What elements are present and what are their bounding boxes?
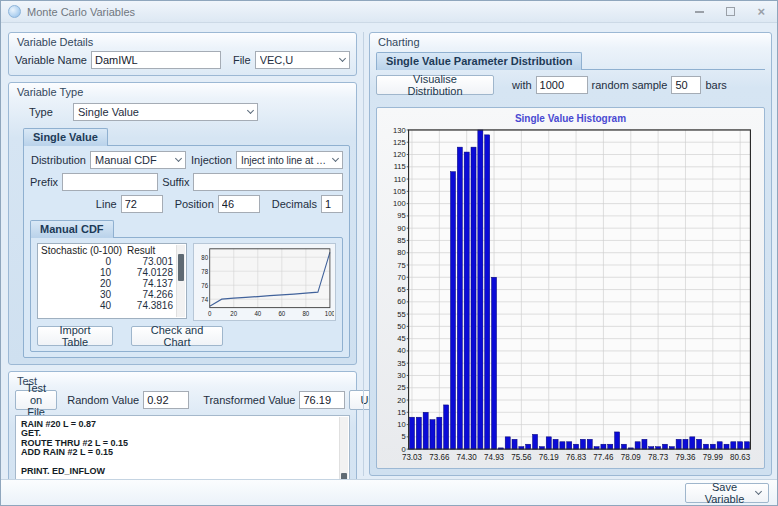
table-row[interactable]: 4074.3816 (41, 300, 174, 311)
histogram-bar (478, 130, 483, 449)
distribution-label: Distribution (30, 154, 86, 166)
svg-text:74.93: 74.93 (484, 453, 505, 462)
close-icon[interactable]: × (757, 7, 765, 16)
table-row[interactable]: 3074.266 (41, 289, 174, 300)
window-title: Monte Carlo Variables (27, 6, 135, 18)
prefix-label: Prefix (30, 176, 58, 188)
svg-text:73.66: 73.66 (429, 453, 450, 462)
tab-manual-cdf[interactable]: Manual CDF (30, 220, 114, 238)
svg-text:74.30: 74.30 (457, 453, 478, 462)
bars-count-input[interactable] (671, 76, 701, 94)
line-label: Line (96, 198, 117, 210)
svg-text:50: 50 (397, 322, 405, 331)
histogram-bar (409, 417, 414, 449)
suffix-label: Suffix (162, 176, 189, 188)
panel-splitter[interactable] (357, 32, 364, 476)
transformed-value-label: Transformed Value (203, 394, 295, 406)
cdf-col-result: Result (127, 245, 155, 256)
sample-size-input[interactable] (536, 76, 588, 94)
histogram-bar (533, 434, 538, 449)
suffix-input[interactable] (193, 173, 343, 191)
tab-single-value-parameter-distribution[interactable]: Single Value Parameter Distribution (376, 52, 582, 70)
type-label: Type (29, 106, 69, 118)
manual-cdf-panel: Stochastic (0-100) Result 073.0011074.01… (30, 237, 343, 352)
svg-text:78.09: 78.09 (621, 453, 642, 462)
file-select[interactable]: VEC,U (255, 51, 350, 69)
svg-text:80: 80 (397, 248, 405, 257)
visualise-distribution-button[interactable]: Visualise Distribution (376, 75, 494, 95)
histogram-bar (423, 412, 428, 449)
histogram-bar (710, 444, 715, 449)
histogram-bar (457, 147, 462, 449)
svg-text:65: 65 (397, 285, 405, 294)
histogram-bar (492, 277, 497, 449)
table-row[interactable]: 073.001 (41, 256, 174, 267)
cdf-chart-container: 74767880020406080100 (193, 243, 336, 321)
table-row[interactable]: 2074.137 (41, 278, 174, 289)
minimize-icon[interactable] (695, 11, 704, 13)
svg-text:35: 35 (397, 359, 405, 368)
position-input[interactable] (218, 195, 260, 213)
histogram-chart: 73.0373.6674.3074.9375.5676.1976.8377.46… (383, 125, 758, 464)
svg-text:115: 115 (394, 162, 406, 171)
svg-text:30: 30 (397, 371, 405, 380)
injection-select[interactable]: Inject into line at character (left just… (236, 151, 343, 169)
histogram-bar (697, 439, 702, 449)
histogram-bar (587, 439, 592, 449)
import-table-button[interactable]: Import Table (37, 326, 113, 346)
svg-text:76: 76 (201, 281, 208, 288)
chevron-down-icon (247, 107, 254, 114)
tab-single-value[interactable]: Single Value (23, 128, 108, 146)
test-title: Test (15, 374, 350, 390)
save-variable-button[interactable]: Save Variable (685, 483, 769, 503)
variable-details-group: Variable Details Variable Name File VEC,… (8, 32, 357, 76)
prefix-input[interactable] (62, 173, 158, 191)
cdf-table-body: 073.0011074.01282074.1373074.2664074.381… (41, 256, 174, 311)
svg-text:55: 55 (397, 310, 405, 319)
footer-bar: Save Variable (1, 479, 777, 505)
histogram-bar (662, 444, 667, 449)
svg-text:75: 75 (397, 260, 405, 269)
svg-text:15: 15 (397, 408, 405, 417)
svg-text:40: 40 (254, 310, 261, 317)
test-on-file-button[interactable]: Test on File (15, 390, 57, 410)
svg-text:79.36: 79.36 (675, 453, 696, 462)
chevron-down-icon (755, 487, 762, 494)
cdf-col-stochastic: Stochastic (0-100) (41, 245, 127, 256)
histogram-bar (601, 444, 606, 449)
log-line: PRINT. ED_INFLOW (21, 467, 335, 476)
variable-name-input[interactable] (91, 51, 221, 69)
distribution-select[interactable]: Manual CDF (90, 151, 186, 169)
histogram-bar (553, 439, 558, 449)
scrollbar-thumb[interactable] (178, 254, 184, 281)
maximize-icon[interactable] (726, 7, 735, 16)
svg-text:70: 70 (397, 273, 405, 282)
random-sample-label: random sample (592, 79, 668, 91)
svg-text:95: 95 (397, 211, 405, 220)
transformed-value-input[interactable] (299, 391, 345, 409)
svg-text:80: 80 (302, 310, 309, 317)
svg-text:125: 125 (393, 138, 406, 147)
type-select[interactable]: Single Value (73, 103, 258, 121)
log-line: ADD RAIN #2 L = 0.15 (21, 448, 335, 457)
check-and-chart-button[interactable]: Check and Chart (131, 326, 223, 346)
svg-text:74: 74 (201, 295, 208, 302)
svg-text:76.19: 76.19 (539, 453, 560, 462)
with-label: with (512, 79, 532, 91)
histogram-bar (444, 405, 449, 449)
cdf-table[interactable]: Stochastic (0-100) Result 073.0011074.01… (37, 243, 187, 319)
histogram-bar (703, 444, 708, 449)
random-value-input[interactable] (143, 391, 189, 409)
svg-text:76.83: 76.83 (566, 453, 587, 462)
histogram-bar (464, 152, 469, 449)
line-input[interactable] (121, 195, 163, 213)
histogram-bar (526, 444, 531, 449)
variable-type-title: Variable Type (15, 85, 350, 101)
svg-text:90: 90 (397, 224, 405, 233)
decimals-input[interactable] (321, 195, 343, 213)
histogram-bar (416, 417, 421, 449)
table-row[interactable]: 1074.0128 (41, 267, 174, 278)
svg-text:60: 60 (397, 297, 405, 306)
chevron-down-icon (339, 55, 346, 62)
cdf-table-scrollbar[interactable] (176, 245, 185, 317)
